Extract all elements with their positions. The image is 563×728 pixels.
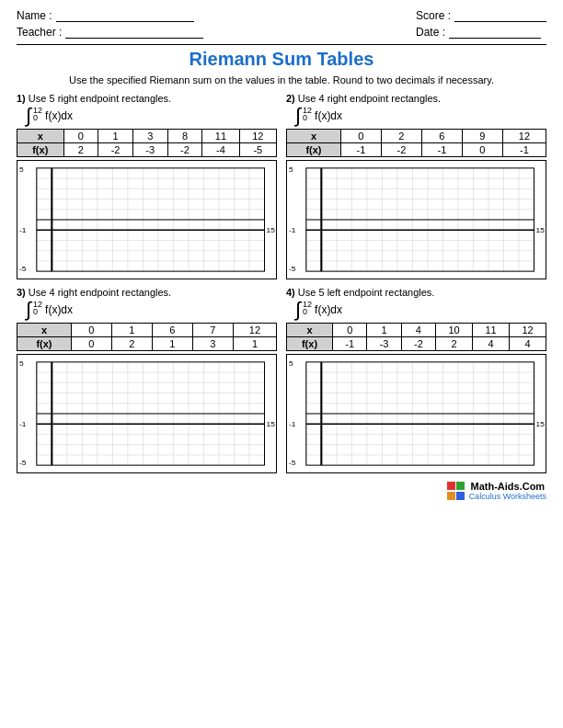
name-input-line [56, 9, 194, 22]
table-cell: 0 [462, 143, 502, 157]
name-label: Name : [17, 9, 52, 22]
integral-limits: 12 0 [33, 106, 42, 122]
footer: Math-Aids.Com Calculus Worksheets [17, 481, 546, 501]
table-cell: 12 [233, 324, 276, 337]
integral-symbol: ∫ [26, 300, 31, 320]
table-cell: 2 [436, 337, 473, 351]
table-cell: 11 [202, 130, 239, 143]
site-sub: Calculus Worksheets [469, 492, 546, 501]
table-cell: f(x) [287, 337, 333, 351]
integral-limits: 12 0 [303, 300, 312, 316]
problems-grid: 1) Use 5 right endpoint rectangles. ∫ 12… [17, 93, 546, 473]
table-cell: 0 [63, 130, 98, 143]
table-cell: x [17, 130, 64, 143]
integral-symbol: ∫ [295, 106, 301, 126]
problem-4-table: x014101112f(x)-1-3-2244 [286, 323, 546, 351]
integral-expr: f(x)dx [45, 303, 73, 316]
table-cell: -2 [98, 143, 133, 157]
table-cell: -1 [421, 143, 462, 157]
table-cell: 12 [510, 324, 546, 337]
problem-2: 2) Use 4 right endpoint rectangles. ∫ 12… [286, 93, 546, 279]
integral-limits: 12 0 [33, 300, 42, 316]
table-cell: 0 [71, 337, 111, 351]
svg-text:-5: -5 [289, 459, 296, 467]
problem-4-integral: ∫ 12 0 f(x)dx [295, 300, 546, 320]
table-cell: 8 [167, 130, 202, 143]
table-cell: 7 [192, 324, 233, 337]
problem-1-integral: ∫ 12 0 f(x)dx [26, 106, 277, 126]
table-cell: -4 [202, 143, 239, 157]
header-divider [17, 44, 546, 45]
integral-expr: f(x)dx [315, 109, 342, 122]
integral-symbol: ∫ [295, 300, 301, 320]
table-cell: f(x) [17, 143, 64, 157]
table-cell: x [17, 324, 72, 337]
table-cell: 4 [473, 337, 510, 351]
table-cell: 0 [333, 324, 367, 337]
svg-text:-5: -5 [19, 459, 27, 467]
svg-text:5: 5 [19, 165, 24, 174]
table-cell: 0 [71, 324, 111, 337]
table-cell: x [287, 130, 341, 143]
table-cell: -5 [239, 143, 276, 157]
table-cell: -3 [132, 143, 167, 157]
table-cell: 1 [233, 337, 276, 351]
table-cell: 9 [462, 130, 502, 143]
site-name: Math-Aids.Com [470, 481, 545, 492]
table-cell: 6 [152, 324, 192, 337]
table-cell: 11 [473, 324, 510, 337]
problem-2-integral: ∫ 12 0 f(x)dx [295, 106, 546, 126]
table-cell: 3 [192, 337, 233, 351]
table-cell: f(x) [17, 337, 72, 351]
problem-2-table: x026912f(x)-1-2-10-1 [286, 129, 546, 157]
problem-4-graph: 5-1-515 [286, 354, 546, 473]
teacher-input-line [65, 26, 203, 39]
instructions: Use the specified Riemann sum on the val… [17, 74, 546, 85]
problem-2-graph: 5-1-515 [286, 160, 546, 279]
problem-1-graph: 5-1-515 [17, 160, 277, 279]
table-cell: 4 [510, 337, 546, 351]
problem-4: 4) Use 5 left endpoint rectangles. ∫ 12 … [286, 287, 546, 473]
table-cell: 1 [98, 130, 133, 143]
table-cell: -3 [367, 337, 401, 351]
svg-text:5: 5 [19, 359, 24, 368]
table-cell: -1 [502, 143, 546, 157]
svg-text:-1: -1 [289, 226, 296, 234]
table-cell: 1 [152, 337, 192, 351]
problem-3-header: 3) Use 4 right endpoint rectangles. [17, 287, 277, 298]
table-cell: -2 [381, 143, 421, 157]
table-cell: -1 [333, 337, 367, 351]
page-title: Riemann Sum Tables [17, 49, 546, 70]
score-label: Score : [416, 9, 451, 22]
problem-4-header: 4) Use 5 left endpoint rectangles. [286, 287, 546, 298]
svg-text:15: 15 [267, 420, 276, 428]
table-cell: 2 [63, 143, 98, 157]
problem-3-table: x016712f(x)02131 [17, 323, 277, 351]
problem-1-table: x01381112f(x)2-2-3-2-4-5 [17, 129, 277, 157]
table-cell: -2 [167, 143, 202, 157]
svg-text:-1: -1 [289, 420, 296, 428]
date-label: Date : [416, 26, 445, 39]
integral-symbol: ∫ [26, 106, 31, 126]
table-cell: 2 [381, 130, 421, 143]
svg-text:5: 5 [289, 359, 293, 368]
svg-text:-1: -1 [19, 226, 27, 234]
svg-text:15: 15 [536, 226, 546, 234]
table-cell: x [287, 324, 333, 337]
integral-expr: f(x)dx [45, 109, 73, 122]
table-cell: -1 [340, 143, 381, 157]
problem-1-header: 1) Use 5 right endpoint rectangles. [17, 93, 277, 104]
table-cell: 12 [502, 130, 546, 143]
svg-text:5: 5 [289, 165, 293, 174]
integral-expr: f(x)dx [315, 303, 342, 316]
table-cell: 10 [436, 324, 473, 337]
table-cell: 0 [340, 130, 381, 143]
table-cell: f(x) [287, 143, 341, 157]
integral-limits: 12 0 [303, 106, 312, 122]
svg-text:-1: -1 [19, 420, 27, 428]
table-cell: 4 [401, 324, 435, 337]
score-input-line [454, 9, 546, 22]
table-cell: 3 [132, 130, 167, 143]
svg-text:15: 15 [267, 226, 276, 234]
svg-text:-5: -5 [289, 265, 296, 273]
